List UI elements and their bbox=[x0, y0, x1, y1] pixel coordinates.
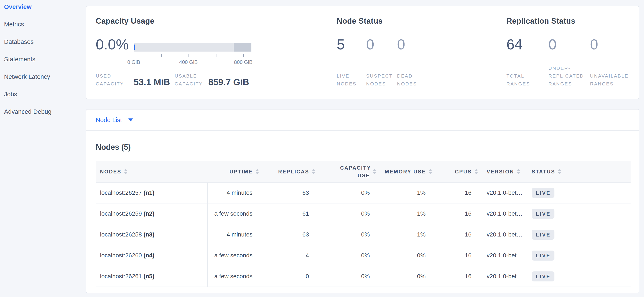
capacity-use-cell: 0% bbox=[318, 182, 379, 203]
dead-nodes-stat: 0 DEAD NODES bbox=[397, 37, 423, 88]
version-cell: v20.1.0-bet… bbox=[481, 266, 526, 287]
memory-use-cell: 1% bbox=[379, 224, 435, 245]
status-cell: LIVE bbox=[526, 203, 630, 224]
cpus-cell: 16 bbox=[435, 203, 481, 224]
unavailable-ranges-label: UNAVAILABLE RANGES bbox=[590, 72, 630, 88]
node-address-cell[interactable]: localhost:26260 (n4) bbox=[96, 245, 208, 266]
uptime-cell: 4 minutes bbox=[208, 182, 262, 203]
node-address-cell[interactable]: localhost:26257 (n1) bbox=[96, 182, 208, 203]
memory-use-cell: 1% bbox=[379, 203, 435, 224]
capacity-axis-ticks bbox=[134, 54, 252, 59]
version-cell: v20.1.0-bet… bbox=[481, 224, 526, 245]
status-badge: LIVE bbox=[532, 251, 554, 261]
sort-icon bbox=[428, 169, 432, 174]
column-header-nodes[interactable]: NODES bbox=[96, 161, 208, 182]
node-address-cell[interactable]: localhost:26259 (n2) bbox=[96, 203, 208, 224]
node-address-cell[interactable]: localhost:26258 (n3) bbox=[96, 224, 208, 245]
table-row-node-5[interactable]: localhost:26261 (n5) a few seconds 0 0% … bbox=[96, 266, 630, 287]
axis-label-400: 400 GiB bbox=[179, 59, 198, 65]
capacity-use-cell: 0% bbox=[318, 224, 379, 245]
under-replicated-ranges-value: 0 bbox=[548, 37, 590, 51]
memory-use-cell: 0% bbox=[379, 266, 435, 287]
replicas-cell: 63 bbox=[262, 182, 318, 203]
version-cell: v20.1.0-bet… bbox=[481, 182, 526, 203]
capacity-use-cell: 0% bbox=[318, 266, 379, 287]
sort-icon bbox=[312, 169, 316, 174]
capacity-usage-section: Capacity Usage 0.0% 0 GiB bbox=[86, 6, 337, 99]
node-id: (n4) bbox=[144, 252, 154, 259]
replicas-cell: 63 bbox=[262, 224, 318, 245]
status-cell: LIVE bbox=[526, 224, 630, 245]
table-row-node-3[interactable]: localhost:26258 (n3) 4 minutes 63 0% 1% … bbox=[96, 224, 630, 245]
column-header-replicas[interactable]: REPLICAS bbox=[262, 161, 318, 182]
node-list-dropdown-label: Node List bbox=[96, 117, 122, 124]
replication-status-section: Replication Status 64 TOTAL RANGES 0 UND… bbox=[506, 6, 639, 99]
sort-icon bbox=[474, 169, 478, 174]
uptime-cell: a few seconds bbox=[208, 203, 262, 224]
capacity-bar-chart: 0 GiB 400 GiB 800 GiB bbox=[134, 43, 252, 66]
sidebar-item-statements[interactable]: Statements bbox=[0, 50, 85, 68]
column-header-cpus[interactable]: CPUS bbox=[435, 161, 481, 182]
used-capacity-value: 53.1 MiB bbox=[134, 77, 175, 88]
sidebar-item-databases[interactable]: Databases bbox=[0, 33, 85, 50]
node-list-card: Node List Nodes (5) NODES bbox=[86, 109, 639, 293]
sidebar-item-jobs[interactable]: Jobs bbox=[0, 85, 85, 103]
cpus-cell: 16 bbox=[435, 182, 481, 203]
sort-icon bbox=[256, 169, 259, 174]
replicas-cell: 61 bbox=[262, 203, 318, 224]
sidebar-item-advanced-debug[interactable]: Advanced Debug bbox=[0, 103, 85, 120]
dead-nodes-value: 0 bbox=[397, 37, 423, 51]
node-address-cell[interactable]: localhost:26261 (n5) bbox=[96, 266, 208, 287]
total-ranges-label: TOTAL RANGES bbox=[506, 72, 535, 88]
capacity-use-cell: 0% bbox=[318, 245, 379, 266]
capacity-use-cell: 0% bbox=[318, 203, 379, 224]
replicas-cell: 0 bbox=[262, 266, 318, 287]
uptime-cell: 4 minutes bbox=[208, 224, 262, 245]
column-header-memory-use[interactable]: MEMORY USE bbox=[379, 161, 435, 182]
sidebar-nav: Overview Metrics Databases Statements Ne… bbox=[0, 0, 85, 120]
nodes-table-title: Nodes (5) bbox=[96, 143, 630, 152]
unavailable-ranges-value: 0 bbox=[590, 37, 630, 51]
replication-status-title: Replication Status bbox=[506, 17, 639, 25]
status-cell: LIVE bbox=[526, 266, 630, 287]
sort-icon bbox=[517, 169, 520, 174]
column-header-capacity-use[interactable]: CAPACITY USE bbox=[318, 161, 379, 182]
version-cell: v20.1.0-bet… bbox=[481, 245, 526, 266]
sidebar-item-network-latency[interactable]: Network Latency bbox=[0, 68, 85, 85]
axis-label-0: 0 GiB bbox=[127, 59, 140, 65]
table-row-node-1[interactable]: localhost:26257 (n1) 4 minutes 63 0% 1% … bbox=[96, 182, 630, 203]
capacity-axis-labels: 0 GiB 400 GiB 800 GiB bbox=[134, 59, 252, 66]
sidebar-item-metrics[interactable]: Metrics bbox=[0, 15, 85, 33]
under-replicated-ranges-label: UNDER-REPLICATED RANGES bbox=[548, 64, 585, 88]
live-nodes-value: 5 bbox=[337, 37, 366, 51]
view-selector-row: Node List bbox=[86, 109, 639, 131]
sidebar-item-overview[interactable]: Overview bbox=[0, 0, 85, 15]
live-nodes-stat: 5 LIVE NODES bbox=[337, 37, 366, 88]
column-header-uptime[interactable]: UPTIME bbox=[208, 161, 262, 182]
table-row-node-4[interactable]: localhost:26260 (n4) a few seconds 4 0% … bbox=[96, 245, 630, 266]
sidebar: Overview Metrics Databases Statements Ne… bbox=[0, 0, 85, 120]
axis-label-800: 800 GiB bbox=[234, 59, 253, 65]
replicas-cell: 4 bbox=[262, 245, 318, 266]
caret-down-icon bbox=[128, 118, 133, 121]
column-header-status[interactable]: STATUS bbox=[526, 161, 630, 182]
used-capacity-label: USED CAPACITY bbox=[96, 72, 134, 88]
nodes-table: NODES UPTIME REPLICAS CAPACIT bbox=[96, 161, 630, 287]
node-list-dropdown[interactable]: Node List bbox=[96, 117, 133, 124]
memory-use-cell: 1% bbox=[379, 182, 435, 203]
cpus-cell: 16 bbox=[435, 224, 481, 245]
column-header-version[interactable]: VERSION bbox=[481, 161, 526, 182]
dead-nodes-label: DEAD NODES bbox=[397, 72, 423, 88]
status-badge: LIVE bbox=[532, 272, 554, 282]
node-id: (n3) bbox=[144, 231, 154, 238]
capacity-bar-used-marker bbox=[134, 44, 135, 50]
status-badge: LIVE bbox=[532, 230, 554, 240]
node-status-title: Node Status bbox=[337, 17, 506, 25]
capacity-bar bbox=[134, 43, 252, 51]
capacity-bar-reserved-segment bbox=[234, 43, 252, 51]
status-badge: LIVE bbox=[532, 209, 554, 219]
table-row-node-2[interactable]: localhost:26259 (n2) a few seconds 61 0%… bbox=[96, 203, 630, 224]
under-replicated-ranges-stat: 0 UNDER-REPLICATED RANGES bbox=[548, 37, 590, 88]
total-ranges-stat: 64 TOTAL RANGES bbox=[506, 37, 548, 88]
cluster-summary-card: Capacity Usage 0.0% 0 GiB bbox=[86, 6, 639, 99]
